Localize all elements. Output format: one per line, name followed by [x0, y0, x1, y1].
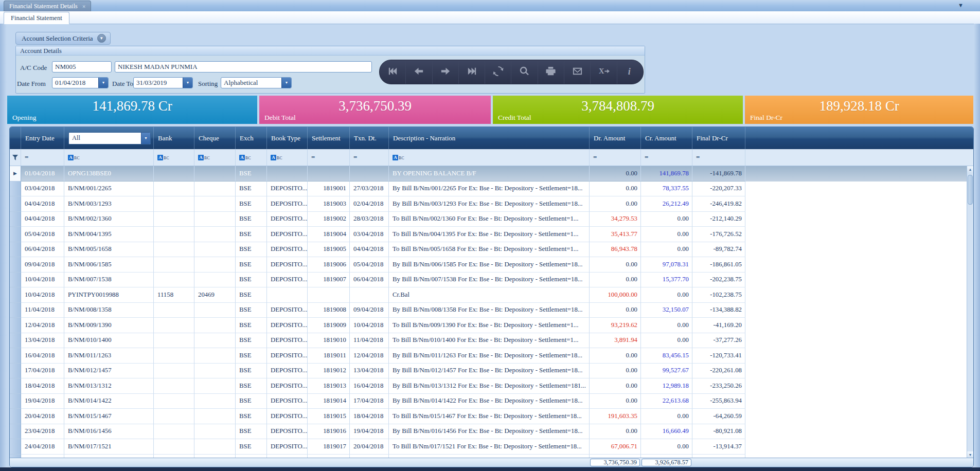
cell-bank[interactable] — [154, 424, 194, 440]
cell-entry-date[interactable]: 19/04/2018 — [21, 394, 64, 409]
cell-doc[interactable]: B/NM/011/1263 — [64, 348, 154, 364]
cell-final[interactable]: -212,140.29 — [692, 212, 745, 227]
cell-final[interactable]: -89,782.74 — [692, 242, 745, 258]
cell-cheque[interactable] — [194, 196, 236, 212]
cell-dr[interactable]: 0.00 — [590, 196, 641, 212]
scroll-up-icon[interactable]: ▲ — [967, 166, 973, 173]
cell-entry-date[interactable]: 04/04/2018 — [21, 212, 64, 227]
cell-settlement[interactable]: 1819005 — [308, 242, 350, 258]
cell-dr[interactable]: 0.00 — [590, 424, 641, 440]
cell-settlement[interactable]: 1819002 — [308, 212, 350, 227]
cell-cr[interactable]: 78,337.55 — [641, 182, 692, 197]
cell-doc[interactable]: B/NM/006/1585 — [64, 257, 154, 273]
tab-financial-statement[interactable]: Financial Statement — [4, 12, 69, 24]
cell-settlement[interactable]: 1819007 — [308, 273, 350, 288]
cell-cheque[interactable] — [194, 273, 236, 288]
cell-bank[interactable] — [154, 182, 194, 197]
cell-entry-date[interactable]: 13/04/2018 — [21, 333, 64, 349]
filter-book-type[interactable]: ABC — [267, 149, 308, 166]
cell-book-type[interactable]: DEPOSITO... — [267, 303, 308, 318]
cell-description[interactable]: To Bill B/Nm/017/1521 For Ex: Bse - Bt: … — [389, 439, 590, 455]
cell-book-type[interactable]: DEPOSITO... — [267, 227, 308, 242]
cell-exch[interactable]: BSE — [236, 394, 267, 409]
table-row[interactable]: 12/04/2018B/NM/009/1390BSEDEPOSITO...181… — [10, 318, 973, 333]
cell-final[interactable]: -202,238.75 — [692, 273, 745, 288]
cell-cr[interactable]: 0.00 — [641, 333, 692, 349]
cell-book-type[interactable]: DEPOSITO... — [267, 212, 308, 227]
cell-exch[interactable]: BSE — [236, 303, 267, 318]
table-row[interactable]: 16/04/2018B/NM/011/1263BSEDEPOSITO...181… — [10, 348, 973, 364]
cell-dr[interactable]: 191,603.35 — [590, 409, 641, 424]
cell-cr[interactable]: 0.00 — [641, 212, 692, 227]
cell-book-type[interactable]: DEPOSITO... — [267, 409, 308, 424]
cell-final[interactable]: -13,914.37 — [692, 439, 745, 455]
cell-settlement[interactable]: 1819016 — [308, 424, 350, 440]
cell-final[interactable]: -186,861.05 — [692, 257, 745, 273]
export-excel-button[interactable]: X — [591, 60, 617, 84]
ac-code-input[interactable] — [52, 61, 112, 73]
cell-book-type[interactable]: DEPOSITO... — [267, 242, 308, 258]
cell-description[interactable]: By Bill B/Nm/016/1456 For Ex: Bse - Bt: … — [389, 424, 590, 440]
search-button[interactable] — [511, 60, 538, 84]
print-button[interactable] — [538, 60, 564, 84]
cell-exch[interactable]: BSE — [236, 348, 267, 364]
cell-bank[interactable] — [154, 212, 194, 227]
cell-final[interactable]: -37,277.26 — [692, 333, 745, 349]
cell-final[interactable]: -120,733.41 — [692, 348, 745, 364]
cell-dr[interactable]: 0.00 — [590, 303, 641, 318]
cell-txn-dt[interactable]: 19/04/2018 — [350, 424, 389, 440]
account-selection-criteria-toggle[interactable]: Account Selection Criteria ▼ — [15, 32, 111, 45]
cell-description[interactable]: By Bill B/Nm/012/1457 For Ex: Bse - Bt: … — [389, 364, 590, 379]
mail-button[interactable] — [564, 60, 591, 84]
cell-cheque[interactable]: 20469 — [194, 287, 236, 303]
cell-txn-dt[interactable]: 04/04/2018 — [350, 242, 389, 258]
cell-txn-dt[interactable]: 16/04/2018 — [350, 378, 389, 394]
cell-description[interactable]: By Bill B/Nm/011/1263 For Ex: Bse - Bt: … — [389, 348, 590, 364]
cell-settlement[interactable]: 1819009 — [308, 318, 350, 333]
cell-bank[interactable] — [154, 273, 194, 288]
cell-bank[interactable] — [154, 439, 194, 455]
chevron-down-icon[interactable]: ▼ — [98, 78, 108, 88]
cell-settlement[interactable]: 1819008 — [308, 303, 350, 318]
cell-cr[interactable]: 0.00 — [641, 409, 692, 424]
vertical-scrollbar[interactable]: ▲ ▼ — [967, 166, 973, 459]
cell-book-type[interactable]: DEPOSITO... — [267, 378, 308, 394]
cell-exch[interactable]: BSE — [236, 409, 267, 424]
cell-txn-dt[interactable]: 02/04/2018 — [350, 196, 389, 212]
cell-exch[interactable]: BSE — [236, 227, 267, 242]
cell-txn-dt[interactable]: 12/04/2018 — [350, 348, 389, 364]
cell-cheque[interactable] — [194, 378, 236, 394]
table-row[interactable]: 24/04/2018B/NM/017/1521BSEDEPOSITO...181… — [10, 439, 973, 455]
cell-bank[interactable]: 11158 — [154, 287, 194, 303]
cell-cheque[interactable] — [194, 394, 236, 409]
filter-entry-date[interactable]: = — [21, 149, 64, 166]
cell-bank[interactable] — [154, 166, 194, 182]
cell-entry-date[interactable]: 18/04/2018 — [21, 378, 64, 394]
cell-txn-dt[interactable]: 10/04/2018 — [350, 318, 389, 333]
cell-dr[interactable]: 0.00 — [590, 348, 641, 364]
cell-entry-date[interactable]: 05/04/2018 — [21, 227, 64, 242]
cell-settlement[interactable]: 1819013 — [308, 378, 350, 394]
table-row[interactable]: 20/04/2018B/NM/015/1467BSEDEPOSITO...181… — [10, 409, 973, 424]
info-button[interactable]: i — [617, 60, 643, 84]
refresh-button[interactable] — [485, 60, 511, 84]
cell-settlement[interactable]: 1819006 — [308, 257, 350, 273]
cell-dr[interactable]: 0.00 — [590, 273, 641, 288]
cell-settlement[interactable]: 1819012 — [308, 364, 350, 379]
cell-cheque[interactable] — [194, 439, 236, 455]
cell-dr[interactable]: 0.00 — [590, 166, 641, 182]
cell-txn-dt[interactable]: 03/04/2018 — [350, 227, 389, 242]
cell-doc[interactable]: B/NM/012/1457 — [64, 364, 154, 379]
filter-settlement[interactable]: = — [308, 149, 350, 166]
cell-txn-dt[interactable]: 17/04/2018 — [350, 394, 389, 409]
cell-doc[interactable]: B/NM/013/1312 — [64, 378, 154, 394]
cell-entry-date[interactable]: 10/04/2018 — [21, 287, 64, 303]
chevron-down-icon[interactable]: ▼ — [141, 133, 150, 144]
cell-settlement[interactable]: 1819010 — [308, 333, 350, 349]
filter-bank[interactable]: ABC — [154, 149, 194, 166]
cell-bank[interactable] — [154, 318, 194, 333]
cell-doc[interactable]: B/NM/004/1395 — [64, 227, 154, 242]
cell-exch[interactable]: BSE — [236, 364, 267, 379]
cell-exch[interactable]: BSE — [236, 287, 267, 303]
table-row[interactable]: 04/04/2018B/NM/002/1360BSEDEPOSITO...181… — [10, 212, 973, 227]
